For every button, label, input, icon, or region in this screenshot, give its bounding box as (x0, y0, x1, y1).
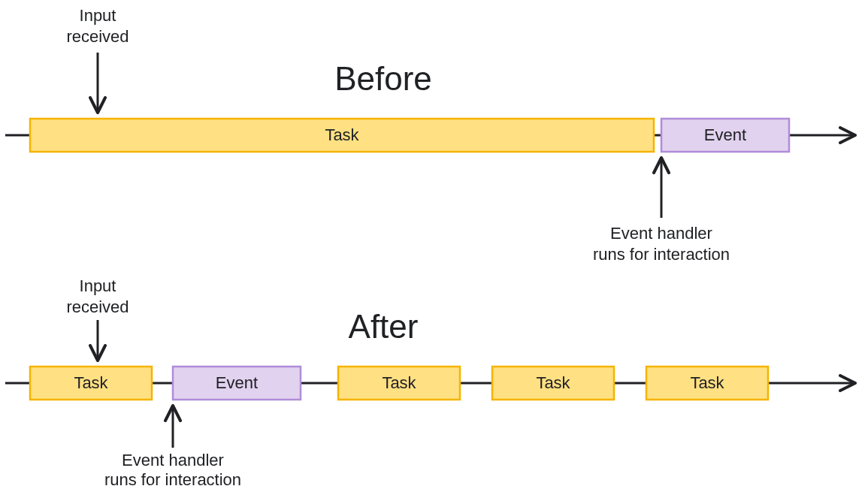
before-task-label: Task (325, 125, 359, 144)
before-section: Before Task Event Input received Event h… (5, 6, 854, 264)
after-task1-block: Task (30, 367, 152, 400)
before-event-block: Event (661, 119, 789, 152)
after-task3-label: Task (536, 373, 570, 392)
before-title: Before (334, 60, 432, 97)
before-input-l2: received (66, 27, 129, 46)
after-task4-block: Task (646, 367, 768, 400)
before-input-l1: Input (80, 6, 116, 25)
before-input-annotation: Input received (66, 6, 129, 111)
after-handler-l1: Event handler (122, 451, 224, 469)
after-input-l2: received (66, 297, 129, 316)
before-handler-l1: Event handler (610, 224, 712, 243)
after-title: After (349, 308, 419, 345)
after-task2-label: Task (382, 373, 416, 392)
after-task1-label: Task (74, 373, 108, 392)
diagram-root: Before Task Event Input received Event h… (0, 0, 868, 486)
after-task3-block: Task (492, 367, 614, 400)
after-task2-block: Task (338, 367, 460, 400)
before-event-label: Event (704, 125, 746, 144)
after-handler-l2: runs for interaction (104, 470, 241, 486)
before-task-block: Task (30, 119, 654, 152)
after-event-label: Event (216, 373, 258, 392)
after-input-annotation: Input received (66, 276, 129, 359)
after-handler-annotation: Event handler runs for interaction (104, 407, 241, 486)
before-handler-l2: runs for interaction (593, 245, 730, 264)
after-event-block: Event (173, 367, 301, 400)
after-task4-label: Task (690, 373, 724, 392)
after-section: After Task Event Task Task Task (5, 276, 854, 486)
after-input-l1: Input (80, 276, 116, 295)
before-handler-annotation: Event handler runs for interaction (593, 159, 730, 264)
